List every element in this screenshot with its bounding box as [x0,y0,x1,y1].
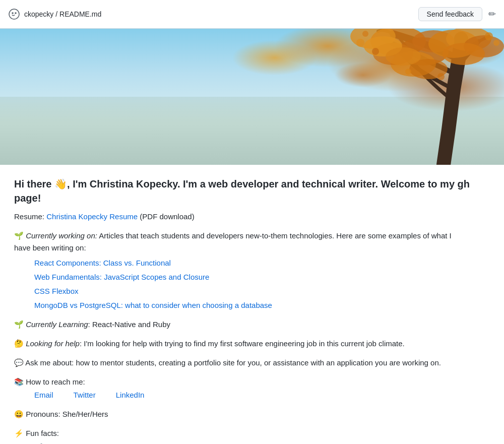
working-link-1[interactable]: React Components: Class vs. Functional [34,259,171,267]
reach-emoji: 📚 [14,377,24,386]
hero-image [0,29,504,165]
edit-icon[interactable]: ✏ [488,9,496,20]
pronouns-section: 😀 Pronouns: She/Her/Hers [14,408,470,420]
pronouns-emoji: 😀 [14,410,24,418]
svg-point-19 [485,32,493,40]
list-item: MongoDB vs PostgreSQL: what to consider … [34,299,470,311]
resume-label: Resume: [14,212,44,221]
fun-emoji: ⚡ [14,429,24,437]
list-item: React Components: Class vs. Functional [34,257,470,269]
resume-suffix: (PDF download) [138,212,195,221]
tree-svg [151,29,504,165]
linkedin-link[interactable]: LinkedIn [116,389,145,401]
svg-point-16 [356,39,364,47]
working-link-4[interactable]: MongoDB vs PostgreSQL: what to consider … [34,301,272,309]
breadcrumb: ckopecky / README.md [24,10,101,18]
svg-point-2 [15,13,16,14]
svg-point-1 [12,13,13,14]
working-link-3[interactable]: CSS Flexbox [34,287,79,295]
reach-label: How to reach me: [26,377,85,386]
currently-working-text: 🌱 Currently working on: Articles that te… [14,230,470,254]
list-item: 🎵 In my previous career I was a flutist … [34,441,470,444]
list-item: Web Fundamentals: JavaScript Scopes and … [34,271,470,283]
currently-working-emoji: 🌱 [14,231,24,240]
looking-for-help-section: 🤔 Looking for help: I'm looking for help… [14,338,470,350]
svg-point-22 [405,69,411,75]
currently-learning-label: Currently Learning [26,320,88,329]
ask-section: 💬 Ask me about: how to mentor students, … [14,357,470,369]
working-links-list: React Components: Class vs. Functional W… [14,257,470,311]
send-feedback-button[interactable]: Send feedback [418,7,482,21]
reach-links-container: Email Twitter LinkedIn [14,389,470,401]
svg-point-0 [9,9,19,19]
looking-desc: : I'm looking for help with trying to fi… [80,339,405,348]
ask-emoji: 💬 [14,358,24,367]
looking-for-help-text: 🤔 Looking for help: I'm looking for help… [14,338,470,350]
twitter-link[interactable]: Twitter [74,389,96,401]
currently-working-label: Currently working on: [26,231,97,240]
ask-text: 💬 Ask me about: how to mentor students, … [14,357,470,369]
currently-learning-emoji: 🌱 [14,320,24,329]
fun-facts-header: ⚡ Fun facts: [14,427,470,439]
currently-working-section: 🌱 Currently working on: Articles that te… [14,230,470,311]
svg-point-20 [493,40,499,46]
reach-section: 📚 How to reach me: Email Twitter LinkedI… [14,376,470,401]
looking-label: Looking for help [26,339,80,348]
svg-point-18 [372,48,379,55]
list-item: CSS Flexbox [34,285,470,297]
resume-line: Resume: Christina Kopecky Resume (PDF do… [14,212,470,221]
pronouns-desc: Pronouns: She/Her/Hers [26,410,108,418]
svg-point-13 [443,43,485,65]
resume-link[interactable]: Christina Kopecky Resume [46,212,138,221]
ask-desc: Ask me about: how to mentor students, cr… [25,358,441,367]
working-link-2[interactable]: Web Fundamentals: JavaScript Scopes and … [34,273,209,281]
email-link[interactable]: Email [34,389,53,401]
header-bar: ckopecky / README.md Send feedback ✏ [0,0,504,29]
pronouns-text: 😀 Pronouns: She/Her/Hers [14,408,470,420]
smiley-icon [8,8,20,20]
reach-label-line: 📚 How to reach me: [14,376,470,388]
svg-point-15 [386,47,421,66]
header-right: Send feedback ✏ [418,7,496,21]
looking-emoji: 🤔 [14,339,24,348]
header-left: ckopecky / README.md [8,8,101,20]
svg-point-17 [362,31,368,37]
main-content: Hi there 👋, I'm Christina Kopecky. I'm a… [0,165,484,444]
currently-learning-text: 🌱 Currently Learning: React-Native and R… [14,319,470,331]
fun-facts-list: 🎵 In my previous career I was a flutist … [14,441,470,444]
currently-learning-section: 🌱 Currently Learning: React-Native and R… [14,319,470,331]
svg-point-21 [437,73,445,80]
intro-heading: Hi there 👋, I'm Christina Kopecky. I'm a… [14,177,470,205]
currently-learning-desc: : React-Native and Ruby [88,320,170,329]
fun-facts-section: ⚡ Fun facts: 🎵 In my previous career I w… [14,427,470,444]
fun-label: Fun facts: [26,429,59,437]
